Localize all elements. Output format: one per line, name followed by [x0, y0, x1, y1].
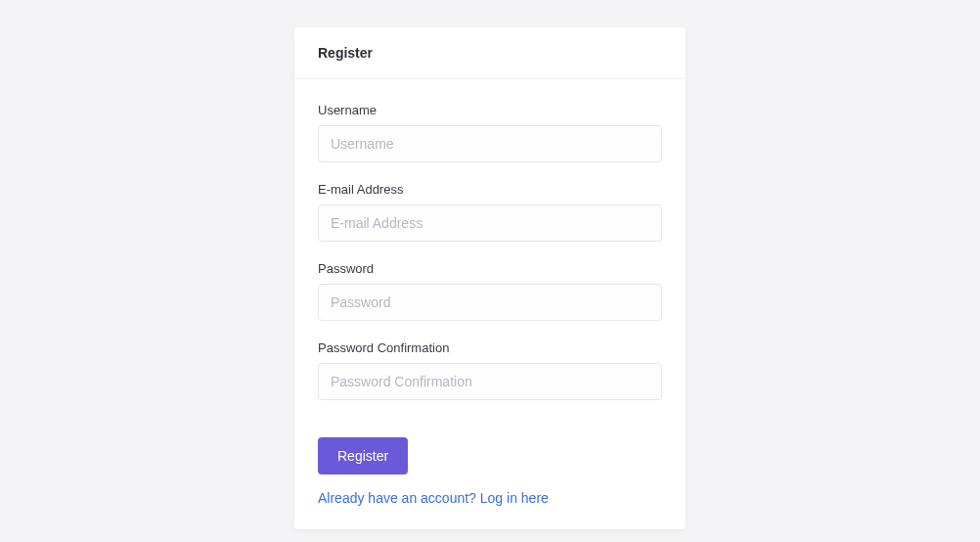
- password-confirmation-label: Password Confirmation: [318, 340, 662, 355]
- register-card: Register Username E-mail Address Passwor…: [294, 27, 686, 529]
- form-actions: Register Already have an account? Log in…: [318, 437, 662, 506]
- email-input[interactable]: [318, 204, 662, 242]
- login-link[interactable]: Already have an account? Log in here: [318, 490, 662, 506]
- form-group-username: Username: [318, 103, 662, 162]
- password-label: Password: [318, 261, 662, 276]
- username-input[interactable]: [318, 125, 662, 162]
- form-group-password: Password: [318, 261, 662, 321]
- card-header: Register: [294, 27, 686, 79]
- email-label: E-mail Address: [318, 182, 662, 197]
- username-label: Username: [318, 103, 662, 117]
- password-confirmation-input[interactable]: [318, 363, 662, 400]
- form-group-password-confirmation: Password Confirmation: [318, 340, 662, 400]
- card-body: Username E-mail Address Password Passwor…: [294, 79, 686, 529]
- password-input[interactable]: [318, 284, 662, 321]
- register-button[interactable]: Register: [318, 437, 408, 474]
- page-title: Register: [318, 45, 662, 61]
- form-group-email: E-mail Address: [318, 182, 662, 242]
